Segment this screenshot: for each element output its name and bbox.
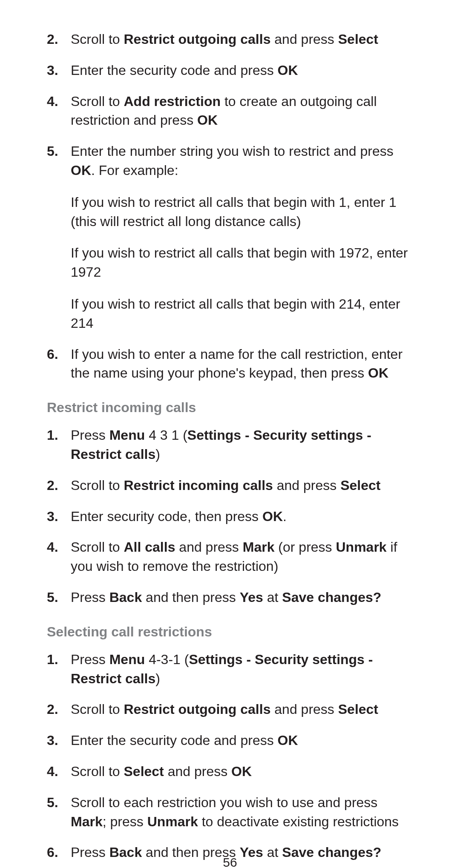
body-text: Enter the security code and press (71, 733, 278, 748)
body-text: Scroll to (71, 702, 124, 717)
list-item-body: Scroll to All calls and press Mark (or p… (71, 538, 413, 576)
paragraph: Scroll to Select and press OK (71, 762, 413, 781)
bold-text: Select (124, 764, 164, 779)
body-text: Enter the security code and press (71, 63, 278, 78)
paragraph: Enter security code, then press OK. (71, 507, 413, 526)
body-text: Enter security code, then press (71, 509, 262, 524)
list-item-number: 5. (47, 793, 71, 812)
list-item-number: 4. (47, 762, 71, 781)
list-item-number: 5. (47, 588, 71, 607)
bold-text: Menu (109, 427, 145, 443)
bold-text: Back (109, 590, 142, 605)
body-text: (or press (274, 539, 336, 555)
body-text: and press (175, 539, 242, 555)
bold-text: Select (338, 702, 378, 717)
body-text: 4 3 1 ( (145, 427, 187, 443)
body-text: ) (155, 447, 160, 462)
list-item: 2.Scroll to Restrict outgoing calls and … (47, 700, 413, 719)
bold-text: Yes (240, 590, 263, 605)
body-text: and then press (142, 590, 239, 605)
body-text: Press (71, 652, 109, 667)
list-item-body: Enter the security code and press OK (71, 61, 413, 80)
paragraph: Scroll to All calls and press Mark (or p… (71, 538, 413, 576)
body-text: Scroll to (71, 764, 124, 779)
list-item: 4.Scroll to Select and press OK (47, 762, 413, 781)
list-item-number: 1. (47, 426, 71, 445)
list-item: 5.Scroll to each restriction you wish to… (47, 793, 413, 831)
bold-text: OK (262, 509, 283, 524)
list-item-body: Enter the security code and press OK (71, 731, 413, 750)
body-text: to deactivate existing restrictions (198, 814, 399, 829)
body-text: Scroll to (71, 32, 124, 47)
paragraph: Scroll to Restrict incoming calls and pr… (71, 476, 413, 495)
bold-text: Menu (109, 652, 145, 667)
bold-text: Mark (243, 539, 275, 555)
bold-text: Unmark (147, 814, 198, 829)
bold-text: OK (278, 63, 298, 78)
body-text: Scroll to (71, 94, 124, 109)
body-text: If you wish to enter a name for the call… (71, 347, 402, 381)
numbered-list: 1.Press Menu 4-3-1 (Settings - Security … (47, 650, 413, 862)
list-item-body: Press Menu 4-3-1 (Settings - Security se… (71, 650, 413, 688)
manual-page: 2.Scroll to Restrict outgoing calls and … (0, 0, 460, 868)
bold-text: Mark (71, 814, 103, 829)
list-item: 1.Press Menu 4 3 1 (Settings - Security … (47, 426, 413, 464)
list-item: 4.Scroll to Add restriction to create an… (47, 92, 413, 130)
list-item-body: Scroll to Add restriction to create an o… (71, 92, 413, 130)
paragraph: Enter the security code and press OK (71, 61, 413, 80)
bold-text: Restrict outgoing calls (124, 32, 270, 47)
bold-text: Select (340, 478, 380, 493)
body-text: 4-3-1 ( (145, 652, 189, 667)
numbered-list: 2.Scroll to Restrict outgoing calls and … (47, 30, 413, 383)
list-item-body: Enter the number string you wish to rest… (71, 142, 413, 332)
body-text: Press (71, 427, 109, 443)
list-item-body: Scroll to Restrict outgoing calls and pr… (71, 700, 413, 719)
body-text: at (263, 590, 282, 605)
list-item: 2.Scroll to Restrict outgoing calls and … (47, 30, 413, 49)
bold-text: All calls (124, 539, 175, 555)
list-item: 6.If you wish to enter a name for the ca… (47, 345, 413, 383)
list-item-body: Press Back and then press Yes at Save ch… (71, 588, 413, 607)
bold-text: Unmark (336, 539, 386, 555)
list-item-number: 4. (47, 538, 71, 557)
page-number: 56 (0, 855, 460, 868)
body-text: Scroll to (71, 478, 124, 493)
bold-text: OK (197, 112, 218, 128)
bold-text: Select (338, 32, 378, 47)
list-item-number: 3. (47, 731, 71, 750)
list-item: 3.Enter the security code and press OK (47, 61, 413, 80)
list-item-body: If you wish to enter a name for the call… (71, 345, 413, 383)
bold-text: OK (71, 163, 91, 178)
body-text: Press (71, 590, 109, 605)
list-item: 3.Enter the security code and press OK (47, 731, 413, 750)
paragraph: Scroll to each restriction you wish to u… (71, 793, 413, 831)
list-item: 5.Enter the number string you wish to re… (47, 142, 413, 332)
list-item-number: 5. (47, 142, 71, 161)
list-item-body: Scroll to Restrict outgoing calls and pr… (71, 30, 413, 49)
body-text: ; press (103, 814, 147, 829)
bold-text: Save changes? (282, 590, 381, 605)
body-text: and press (270, 32, 338, 47)
paragraph: Enter the number string you wish to rest… (71, 142, 413, 180)
list-item-number: 6. (47, 345, 71, 364)
list-item-body: Press Menu 4 3 1 (Settings - Security se… (71, 426, 413, 464)
numbered-list: 1.Press Menu 4 3 1 (Settings - Security … (47, 426, 413, 607)
body-text: and press (164, 764, 231, 779)
paragraph: If you wish to enter a name for the call… (71, 345, 413, 383)
list-item-body: Enter security code, then press OK. (71, 507, 413, 526)
paragraph: Press Menu 4-3-1 (Settings - Security se… (71, 650, 413, 688)
body-text: Scroll to each restriction you wish to u… (71, 795, 377, 810)
section-heading: Selecting call restrictions (47, 624, 413, 640)
sub-paragraph: If you wish to restrict all calls that b… (71, 193, 413, 231)
body-text: . For example: (91, 163, 178, 178)
list-item-body: Scroll to each restriction you wish to u… (71, 793, 413, 831)
body-text: and press (270, 702, 338, 717)
list-item-body: Scroll to Restrict incoming calls and pr… (71, 476, 413, 495)
bold-text: Restrict outgoing calls (124, 702, 270, 717)
list-item: 3.Enter security code, then press OK. (47, 507, 413, 526)
section-heading: Restrict incoming calls (47, 400, 413, 415)
paragraph: Scroll to Add restriction to create an o… (71, 92, 413, 130)
sub-paragraph: If you wish to restrict all calls that b… (71, 295, 413, 333)
list-item: 1.Press Menu 4-3-1 (Settings - Security … (47, 650, 413, 688)
list-item-number: 3. (47, 61, 71, 80)
